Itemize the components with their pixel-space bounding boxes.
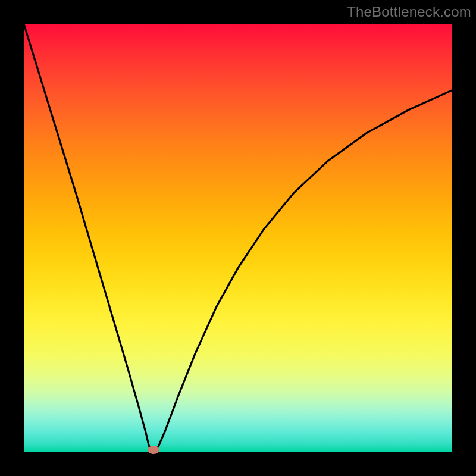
attribution-text: TheBottleneck.com [347,4,471,20]
chart-frame: TheBottleneck.com [0,0,476,476]
bottleneck-curve [24,24,452,452]
optimal-point-marker [148,446,159,454]
plot-area [24,24,452,452]
curve-path [24,24,452,452]
